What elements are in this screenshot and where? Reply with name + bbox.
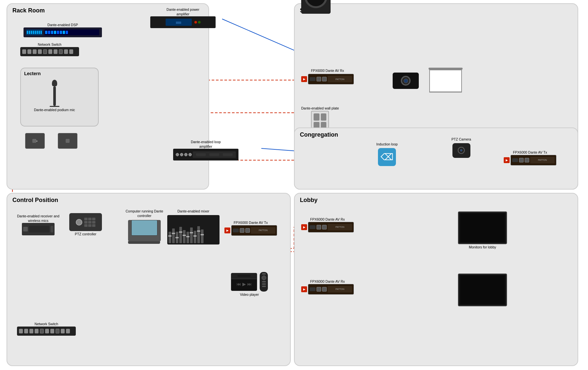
- fpx6000-congregation-visual: PATTON: [511, 155, 556, 165]
- wall-plate-label: Dante-enabled wall plate: [301, 106, 339, 111]
- fpx6000-sanctuary-visual: PATTON: [308, 74, 354, 84]
- podium-mic-label: Dante-enabled podium mic: [34, 108, 75, 112]
- induction-loop-visual: ⌫: [378, 148, 396, 166]
- zone-control-position: Control Position Dante-enabled receiver …: [7, 193, 291, 366]
- ptz-keys: [84, 218, 95, 227]
- network-switch-rack-label: Network Switch: [38, 42, 61, 47]
- network-switch-rack-device: Network Switch: [20, 42, 79, 56]
- lobby-title: Lobby: [300, 197, 318, 204]
- fpx6000-control-device: FPX6000 Dante AV Tx ▶ PATTON: [224, 220, 277, 236]
- network-switch-control-visual: [17, 327, 76, 336]
- control-position-title: Control Position: [12, 197, 58, 204]
- fpx-play-control: ▶: [224, 227, 230, 233]
- zone-lectern: Lectern Dante-enabled podium mic: [20, 68, 99, 126]
- tv-monitor-1-device: Monitors for lobby: [458, 211, 507, 250]
- mixer-device: Dante-enabled mixer: [167, 208, 220, 244]
- wireless-device-2: [58, 133, 77, 149]
- induction-loop-label: Induction loop: [376, 142, 398, 147]
- ptz-camera-visual: [452, 143, 470, 158]
- power-amp-device: Dante-enabled power amplifier ||||||||: [150, 7, 216, 28]
- monitors-lobby-label: Monitors for lobby: [469, 245, 496, 250]
- fpx6000-lobby1-visual: PATTON: [308, 222, 354, 232]
- network-switch-control-label: Network Switch: [35, 322, 58, 327]
- ptz-camera-congregation-label: PTZ Camera: [451, 137, 471, 142]
- dante-dsp-device: Dante-enabled DSP: [24, 22, 102, 37]
- mixer-visual: [167, 215, 220, 244]
- ptz-camera-congregation-device: PTZ Camera: [451, 136, 471, 158]
- wireless-device-1: ●: [25, 133, 45, 149]
- podium-mic-device: Dante-enabled podium mic: [34, 80, 75, 112]
- lectern-title: Lectern: [24, 71, 41, 76]
- induction-loop-device: Induction loop ⌫: [376, 141, 398, 166]
- projector-visual: [393, 73, 419, 89]
- loop-amp-device: Dante-enabled loop amplifier: [173, 139, 238, 160]
- power-amp-visual: ||||||||: [150, 16, 216, 28]
- speaker-visual-6: [301, 0, 331, 14]
- speaker-6: [301, 0, 331, 14]
- network-switch-control-device: Network Switch: [17, 321, 76, 336]
- tv-monitor-2-visual: [458, 274, 507, 306]
- remote-control-visual: [260, 272, 268, 292]
- wireless-visual-2: [58, 133, 77, 149]
- ear-icon: ⌫: [381, 152, 394, 162]
- wireless-rack-visual: [22, 223, 55, 235]
- wireless-visual-1: ●: [25, 133, 45, 149]
- fpx-play-lobby2: ▶: [301, 286, 307, 292]
- video-player-device: ⏮ ▶ ⏭ Video player: [231, 272, 268, 297]
- congregation-title: Congregation: [300, 131, 338, 138]
- network-switch-rack-visual: [20, 47, 79, 56]
- zone-lobby: Lobby FPX6000 Dante AV Rx ▶ PATTON Monit…: [294, 193, 578, 366]
- proj-screen-visual: [429, 70, 462, 92]
- tv-monitor-2-device: [458, 274, 507, 306]
- projection-screen-device: [429, 68, 463, 92]
- loop-amp-label: Dante-enabled loop amplifier: [185, 140, 227, 149]
- fpx6000-lobby2-label: FPX6000 Dante AV Rx: [310, 279, 345, 284]
- ptz-controller-visual: [69, 213, 102, 231]
- fpx6000-lobby1-label: FPX6000 Dante AV Rx: [310, 217, 345, 222]
- tv-monitor-1-visual: [458, 211, 507, 244]
- fpx6000-control-visual: PATTON: [231, 225, 277, 236]
- podium-mic-visual: [50, 80, 59, 107]
- fpx6000-congregation-device: FPX6000 Dante AV Tx ▶ PATTON: [504, 149, 556, 165]
- ptz-controller-device: PTZ controller: [69, 213, 102, 237]
- amp-display: ||||||||: [166, 19, 192, 26]
- dante-dsp-label: Dante-enabled DSP: [47, 23, 78, 27]
- loop-amp-visual: [173, 149, 238, 160]
- mixer-label: Dante-enabled mixer: [177, 209, 209, 214]
- joystick-icon: [76, 219, 82, 226]
- zone-rack-room: Rack Room Dante-enabled DSP: [7, 3, 209, 190]
- fpx-play-sanctuary: ▶: [301, 76, 307, 82]
- laptop-visual: [128, 219, 161, 244]
- laptop-device: Computer running Dante controller: [123, 208, 166, 244]
- fpx-play-lobby1: ▶: [301, 224, 307, 230]
- laptop-label: Computer running Dante controller: [123, 209, 166, 218]
- fpx6000-sanctuary-label: FPX6000 Dante AV Rx: [311, 69, 344, 73]
- fpx6000-lobby1-device: FPX6000 Dante AV Rx ▶ PATTON: [301, 216, 354, 232]
- video-player-visual: ⏮ ▶ ⏭: [231, 273, 257, 291]
- fpx6000-lobby2-device: FPX6000 Dante AV Rx ▶ PATTON: [301, 278, 354, 294]
- fpx6000-control-label: FPX6000 Dante AV Tx: [234, 221, 268, 225]
- wireless-receiver-label: Dante-enabled receiver and wireless mics: [17, 214, 59, 223]
- wireless-receiver-device: Dante-enabled receiver and wireless mics: [17, 213, 59, 235]
- fpx6000-congregation-label: FPX6000 Dante AV Tx: [513, 150, 547, 155]
- video-player-label: Video player: [240, 293, 259, 297]
- ptz-controller-label: PTZ controller: [75, 232, 96, 237]
- fpx6000-lobby2-visual: PATTON: [308, 284, 354, 294]
- rack-room-title: Rack Room: [12, 7, 45, 14]
- dsp-visual: [24, 27, 102, 37]
- zone-congregation: Congregation Induction loop ⌫ PTZ Camera…: [294, 127, 578, 190]
- fpx-play-congregation: ▶: [504, 157, 510, 163]
- projector-device: [393, 73, 419, 89]
- power-amp-label: Dante-enabled power amplifier: [162, 8, 204, 16]
- fpx6000-sanctuary-device: FPX6000 Dante AV Rx ▶ PATTON: [301, 68, 354, 84]
